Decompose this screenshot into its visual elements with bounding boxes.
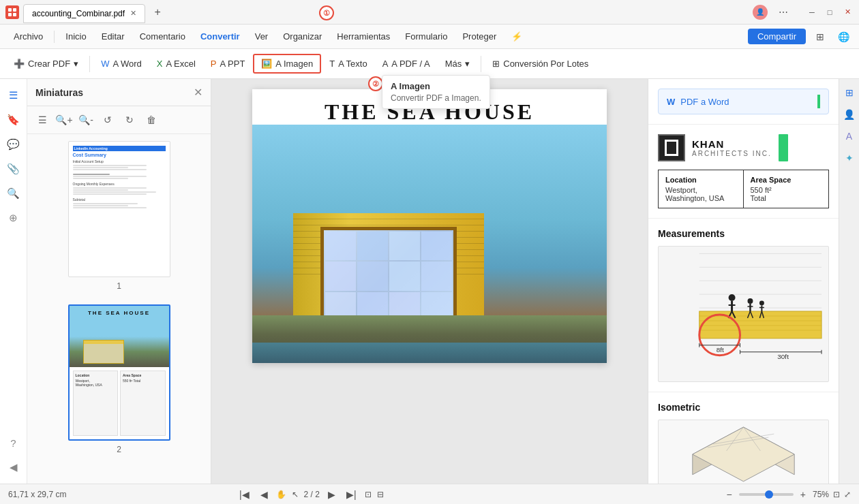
toolbar-separator-2	[481, 56, 481, 72]
menu-editar[interactable]: Editar	[95, 29, 132, 44]
right-icon-3[interactable]: A	[841, 128, 858, 144]
isometric-svg	[659, 420, 828, 484]
measurements-section: Measurements	[648, 219, 839, 392]
khan-logo	[658, 134, 685, 161]
marker-1: ①	[319, 5, 334, 20]
excel-icon: X	[157, 59, 163, 69]
sidebar-menu-icon[interactable]: ☰	[33, 110, 52, 129]
zoom-slider[interactable]	[739, 493, 794, 496]
marker-2: ②	[368, 76, 383, 91]
pdf-to-word-button[interactable]: W PDF a Word	[658, 89, 829, 114]
to-word-button[interactable]: W A Word	[94, 55, 149, 72]
page-size-icon[interactable]: ⊡	[365, 490, 372, 499]
fit-page-icon[interactable]: ⊡	[833, 490, 840, 499]
sidebar: Miniaturas ✕ ☰ 🔍+ 🔍- ↺ ↻ 🗑 LinkedIn Acco…	[27, 79, 211, 484]
page-thumbnail-1[interactable]: LinkedIn Accounting Cost Summary Initial…	[68, 141, 170, 277]
more-button[interactable]: Más ▾	[438, 55, 477, 72]
thumbnail-container-2: THE SEA HOUSE Location Westport,Washingt…	[68, 304, 170, 454]
view-icon-2[interactable]: 🌐	[834, 28, 852, 46]
zoom-controls: − + 75% ⊡ ⤢	[724, 488, 851, 501]
prev-page-button[interactable]: ◀	[258, 488, 271, 501]
menu-herramientas[interactable]: Herramientas	[330, 29, 397, 44]
sidebar-rotate-ccw-icon[interactable]: ↺	[98, 110, 117, 129]
fit-icon[interactable]: ⊟	[377, 490, 384, 499]
file-tab[interactable]: accounting_Combinar.pdf ✕	[23, 4, 145, 23]
next-page-button[interactable]: ▶	[325, 488, 338, 501]
sidebar-close-icon[interactable]: ✕	[194, 86, 202, 99]
menu-ver[interactable]: Ver	[248, 29, 275, 44]
to-ppt-button[interactable]: P A PPT	[204, 55, 252, 72]
pdf-word-section: W PDF a Word	[648, 79, 839, 125]
khan-header: KHAN ARCHITECTS INC.	[658, 134, 829, 161]
svg-marker-40	[693, 427, 794, 482]
area-label: Area Space	[751, 176, 822, 184]
hand-tool-icon[interactable]: ✋	[276, 490, 286, 499]
page-num-2: 2	[117, 445, 121, 454]
share-button[interactable]: Compartir	[748, 29, 806, 44]
thumb-line-10	[73, 193, 147, 195]
menu-formulario[interactable]: Formulario	[398, 29, 454, 44]
expand-panel-icon[interactable]: ◀	[3, 456, 25, 478]
svg-rect-3	[13, 13, 16, 16]
menu-archivo[interactable]: Archivo	[7, 29, 50, 44]
title-bar-right: 👤 ⋯ ─ □ ✕	[753, 3, 854, 21]
help-panel-icon[interactable]: ?	[3, 432, 25, 454]
zoom-in-button[interactable]: +	[798, 488, 809, 501]
area-value: 550 ft²Total	[751, 186, 822, 202]
ppt-icon: P	[211, 59, 217, 69]
zoom-out-button[interactable]: −	[724, 488, 735, 501]
thumbnails-panel-icon[interactable]: ☰	[3, 84, 25, 106]
sidebar-rotate-cw-icon[interactable]: ↻	[120, 110, 139, 129]
maximize-button[interactable]: □	[824, 6, 836, 18]
tooltip: A Imagen Convertir PDF a Imagen.	[382, 79, 490, 109]
menu-lightning[interactable]: ⚡	[504, 29, 529, 44]
batch-button[interactable]: ⊞ Conversión Por Lotes	[485, 55, 595, 72]
to-image-label: A Imagen	[275, 59, 313, 69]
menu-proteger[interactable]: Proteger	[455, 29, 503, 44]
thumb-line-11	[73, 203, 138, 204]
menu-convertir[interactable]: Convertir	[194, 29, 247, 44]
sidebar-toolbar: ☰ 🔍+ 🔍- ↺ ↻ 🗑	[27, 106, 211, 134]
menu-organizar[interactable]: Organizar	[276, 29, 329, 44]
first-page-button[interactable]: |◀	[237, 488, 252, 501]
tab-close-icon[interactable]: ✕	[130, 9, 136, 18]
title-bar-left: accounting_Combinar.pdf ✕ +	[5, 1, 166, 23]
right-icon-4[interactable]: ✦	[841, 150, 858, 166]
attachments-panel-icon[interactable]: 📎	[3, 158, 25, 180]
more-label: Más	[445, 59, 462, 69]
bookmarks-panel-icon[interactable]: 🔖	[3, 109, 25, 131]
to-image-button[interactable]: 🖼️ A Imagen	[253, 54, 321, 74]
layers-panel-icon[interactable]: ⊕	[3, 207, 25, 229]
fullscreen-icon[interactable]: ⤢	[844, 490, 851, 499]
menu-inicio[interactable]: Inicio	[59, 29, 93, 44]
to-pdf-button[interactable]: A A PDF / A	[376, 55, 437, 72]
thumb-line-3	[73, 169, 147, 170]
svg-rect-2	[8, 13, 12, 16]
new-tab-button[interactable]: +	[149, 4, 166, 20]
view-icon-1[interactable]: ⊞	[811, 28, 829, 46]
minimize-button[interactable]: ─	[806, 6, 818, 18]
select-tool-icon[interactable]: ↖	[292, 490, 299, 499]
sidebar-zoom-out-icon[interactable]: 🔍-	[76, 110, 95, 129]
comments-panel-icon[interactable]: 💬	[3, 133, 25, 155]
to-excel-label: A Excel	[166, 59, 195, 69]
page-thumbnail-2[interactable]: THE SEA HOUSE Location Westport,Washingt…	[68, 304, 170, 441]
close-button[interactable]: ✕	[841, 6, 854, 18]
search-panel-icon[interactable]: 🔍	[3, 183, 25, 204]
right-icon-1[interactable]: ⊞	[841, 84, 858, 101]
menu-comentario[interactable]: Comentario	[133, 29, 192, 44]
create-pdf-button[interactable]: ➕ Crear PDF ▾	[7, 55, 85, 72]
settings-icon[interactable]: ⋯	[774, 3, 792, 21]
right-icon-2[interactable]: 👤	[841, 106, 858, 123]
to-text-button[interactable]: T A Texto	[322, 55, 374, 72]
profile-avatar[interactable]: 👤	[753, 5, 768, 20]
tooltip-title: A Imagen	[391, 81, 481, 91]
sidebar-zoom-in-icon[interactable]: 🔍+	[55, 110, 74, 129]
to-excel-button[interactable]: X A Excel	[150, 55, 202, 72]
last-page-button[interactable]: ▶|	[344, 488, 359, 501]
khan-logo-inner	[665, 140, 678, 156]
to-word-label: A Word	[112, 59, 141, 69]
title-bar: accounting_Combinar.pdf ✕ + 👤 ⋯ ─ □ ✕	[0, 0, 859, 25]
thumbnail-container-1: LinkedIn Accounting Cost Summary Initial…	[68, 141, 170, 291]
sidebar-delete-icon[interactable]: 🗑	[142, 110, 161, 129]
